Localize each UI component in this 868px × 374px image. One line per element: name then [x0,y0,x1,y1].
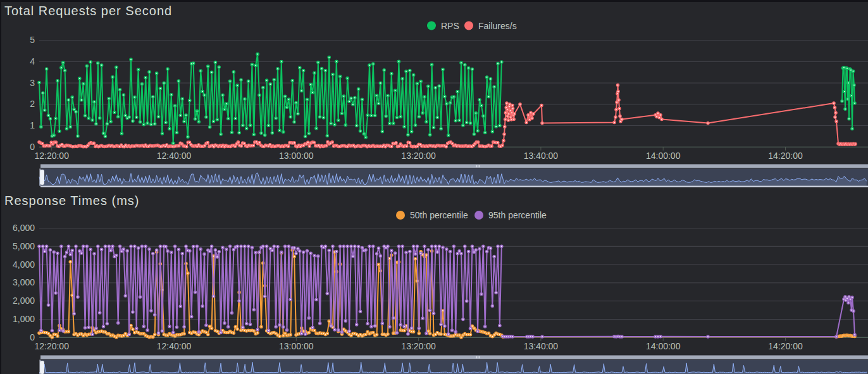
svg-text:Total Requests per Second: Total Requests per Second [4,4,172,18]
svg-text:13:00:00: 13:00:00 [279,151,314,161]
svg-text:1: 1 [30,120,35,130]
svg-text:12:40:00: 12:40:00 [157,341,192,351]
svg-text:95th percentile: 95th percentile [488,210,547,220]
svg-text:50th percentile: 50th percentile [410,210,468,220]
svg-text:12:20:00: 12:20:00 [34,341,69,351]
svg-text:4,000: 4,000 [13,259,35,270]
svg-text:13:40:00: 13:40:00 [524,151,559,161]
svg-text:13:00:00: 13:00:00 [279,341,314,351]
svg-text:12:40:00: 12:40:00 [157,151,192,161]
svg-text:13:20:00: 13:20:00 [401,341,436,351]
svg-text:2: 2 [30,99,35,109]
svg-text:14:20:00: 14:20:00 [768,151,803,161]
svg-text:14:00:00: 14:00:00 [646,151,681,161]
svg-text:6,000: 6,000 [13,223,35,233]
svg-text:3: 3 [30,78,35,88]
svg-text:5,000: 5,000 [13,241,35,251]
svg-text:2,000: 2,000 [13,296,35,306]
svg-text:14:20:00: 14:20:00 [768,341,803,351]
svg-text:13:40:00: 13:40:00 [524,341,559,351]
svg-text:13:20:00: 13:20:00 [401,151,436,161]
svg-text:Response Times (ms): Response Times (ms) [4,194,140,208]
svg-text:5: 5 [30,35,35,45]
svg-text:Failures/s: Failures/s [478,21,517,31]
svg-text:1,000: 1,000 [13,314,35,324]
svg-text:3,000: 3,000 [13,277,35,287]
svg-text:12:20:00: 12:20:00 [34,151,69,161]
svg-text:4: 4 [30,56,35,66]
svg-text:RPS: RPS [441,21,459,31]
svg-text:14:00:00: 14:00:00 [646,341,681,351]
